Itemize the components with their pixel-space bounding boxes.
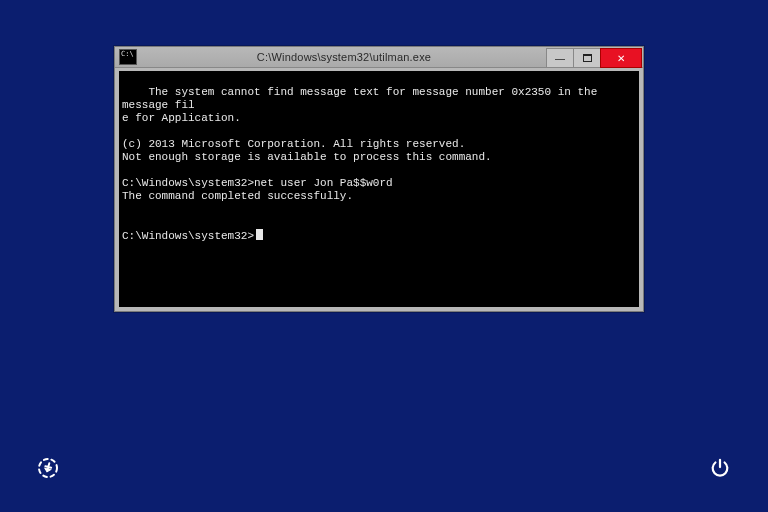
window-title: C:\Windows\system32\utilman.exe [141,51,547,63]
maximize-icon [583,54,592,62]
console-line: (c) 2013 Microsoft Corporation. All righ… [122,138,465,150]
window-titlebar[interactable]: C:\Windows\system32\utilman.exe — ✕ [115,47,643,68]
power-icon [709,457,731,479]
console-line: Not enough storage is available to proce… [122,151,492,163]
window-controls: — ✕ [547,48,642,66]
cmd-icon[interactable] [119,49,137,65]
console-line: The command completed successfully. [122,190,353,202]
minimize-icon: — [555,53,565,64]
maximize-button[interactable] [573,48,601,68]
power-button[interactable] [706,454,734,482]
ease-of-access-icon [36,456,60,480]
ease-of-access-button[interactable] [34,454,62,482]
command-prompt-window: C:\Windows\system32\utilman.exe — ✕ The … [114,46,644,312]
console-output[interactable]: The system cannot find message text for … [119,71,639,307]
minimize-button[interactable]: — [546,48,574,68]
text-cursor [256,229,263,240]
console-prompt: C:\Windows\system32> [122,230,254,242]
svg-marker-3 [44,468,51,472]
console-line: e for Application. [122,112,241,124]
close-icon: ✕ [617,53,625,64]
close-button[interactable]: ✕ [600,48,642,68]
console-line: C:\Windows\system32>net user Jon Pa$$w0r… [122,177,393,189]
console-line: The system cannot find message text for … [122,86,604,111]
